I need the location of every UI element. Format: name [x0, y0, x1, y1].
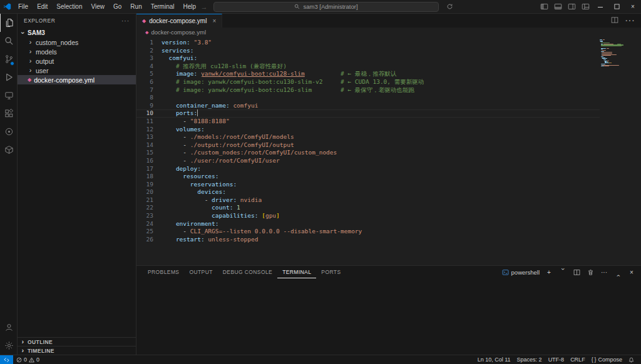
vertical-scrollbar[interactable] [633, 37, 641, 265]
code-line-15[interactable]: 15 - ./custom_nodes:/root/ComfyUI/custom… [136, 149, 600, 157]
code-line-16[interactable]: 16 - ./user:/root/ComfyUI/user [136, 157, 600, 165]
close-button[interactable]: × [625, 0, 641, 13]
explorer-more-icon[interactable]: ··· [121, 18, 130, 24]
menu-run[interactable]: Run [126, 0, 146, 13]
terminal-dropdown-icon[interactable]: › [560, 268, 567, 276]
panel-more-icon[interactable]: ··· [600, 269, 608, 276]
run-debug-icon[interactable] [0, 68, 17, 86]
new-terminal-icon[interactable]: + [545, 269, 553, 276]
notifications-bell[interactable] [625, 355, 637, 364]
terminal-instance-powershell[interactable]: powershell [502, 269, 540, 276]
folder-item-user[interactable]: ›user [18, 66, 136, 75]
line-number: 24 [136, 220, 162, 228]
text-cursor [197, 109, 198, 116]
customize-layout-icon[interactable] [578, 0, 592, 13]
code-line-12[interactable]: 12 volumes: [136, 126, 600, 134]
maximize-panel-icon[interactable]: › [615, 268, 622, 276]
encoding-status[interactable]: UTF-8 [545, 355, 568, 364]
code-line-11[interactable]: 11 - "8188:8188" [136, 118, 600, 126]
kill-terminal-icon[interactable] [586, 269, 595, 276]
file-item-docker-compose-yml[interactable]: ◆docker-compose.yml [18, 75, 136, 84]
maximize-button[interactable] [608, 0, 625, 13]
back-icon[interactable]: ← [186, 3, 195, 11]
menu-file[interactable]: File [14, 0, 33, 13]
code-line-3[interactable]: 3 comfyui: [136, 54, 600, 63]
code-line-25[interactable]: 25 - CLI_ARGS=--listen 0.0.0.0 --disable… [136, 228, 600, 236]
code-line-18[interactable]: 18 resources: [136, 173, 600, 181]
code-line-1[interactable]: 1version: "3.8" [136, 39, 600, 47]
toggle-sidebar-icon[interactable] [537, 0, 551, 13]
folder-item-output[interactable]: ›output [18, 56, 136, 66]
language-mode-status[interactable]: { } Compose [588, 355, 625, 364]
tool-circle-icon[interactable] [0, 123, 17, 141]
line-text: reservations: [162, 181, 237, 189]
tab-close-icon[interactable]: × [212, 18, 216, 24]
panel-tab-debug-console[interactable]: DEBUG CONSOLE [218, 266, 277, 278]
panel-tab-terminal[interactable]: TERMINAL [277, 266, 316, 278]
terminal-body[interactable] [136, 278, 641, 355]
code-line-8[interactable]: 8 [136, 94, 600, 102]
code-line-2[interactable]: 2services: [136, 47, 600, 55]
search-icon[interactable] [0, 32, 17, 50]
workspace-root-folder[interactable]: › SAM3 [18, 28, 136, 38]
timeline-section[interactable]: › TIMELINE [18, 346, 136, 355]
code-editor[interactable]: 1version: "3.8"2services:3 comfyui:4 # 推… [136, 37, 641, 265]
account-icon[interactable] [0, 318, 17, 336]
line-number: 8 [136, 94, 162, 102]
eol-status[interactable]: CRLF [567, 355, 588, 364]
titlebar: FileEditSelectionViewGoRunTerminalHelp ←… [0, 0, 641, 14]
code-line-6[interactable]: 6 # image: yanwk/comfyui-boot:cu130-slim… [136, 78, 600, 86]
code-line-14[interactable]: 14 - ./output:/root/ComfyUI/output [136, 141, 600, 149]
package-icon[interactable] [0, 141, 17, 159]
code-line-22[interactable]: 22 count: 1 [136, 204, 600, 212]
folder-item-models[interactable]: ›models [18, 47, 136, 56]
files-icon[interactable] [0, 14, 17, 32]
line-text: image: yanwk/comfyui-boot:cu128-slim # ←… [162, 70, 396, 78]
code-line-10[interactable]: 10 ports: [136, 109, 600, 118]
menu-selection[interactable]: Selection [52, 0, 86, 13]
code-line-7[interactable]: 7 # image: yanwk/comfyui-boot:cu126-slim… [136, 86, 600, 94]
code-line-5[interactable]: 5 image: yanwk/comfyui-boot:cu128-slim #… [136, 70, 600, 78]
code-line-19[interactable]: 19 reservations: [136, 181, 600, 189]
problems-status[interactable]: 0 0 [13, 355, 43, 364]
folder-item-custom-nodes[interactable]: ›custom_nodes [18, 38, 136, 47]
panel-tab-ports[interactable]: PORTS [316, 266, 346, 278]
menu-go[interactable]: Go [109, 0, 126, 13]
menu-edit[interactable]: Edit [33, 0, 52, 13]
sync-icon[interactable] [444, 0, 455, 13]
panel-tab-problems[interactable]: PROBLEMS [143, 266, 184, 278]
menu-view[interactable]: View [87, 0, 110, 13]
indentation-status[interactable]: Spaces: 2 [514, 355, 545, 364]
source-control-icon[interactable] [0, 50, 17, 68]
settings-icon[interactable] [0, 336, 17, 355]
command-center-search[interactable]: sam3 [Administrator] [213, 2, 439, 12]
toggle-secondary-sidebar-icon[interactable] [565, 0, 578, 13]
minimize-button[interactable] [592, 0, 608, 13]
panel-tab-output[interactable]: OUTPUT [184, 266, 217, 278]
code-line-17[interactable]: 17 deploy: [136, 165, 600, 173]
menu-terminal[interactable]: Terminal [146, 0, 179, 13]
toggle-panel-icon[interactable] [551, 0, 565, 13]
outline-section[interactable]: › OUTLINE [18, 337, 136, 346]
code-line-24[interactable]: 24 environment: [136, 220, 600, 228]
code-line-23[interactable]: 23 capabilities: [gpu] [136, 212, 600, 220]
minimap[interactable] [600, 37, 633, 265]
tab-docker-compose-yml[interactable]: ◆ docker-compose.yml × [136, 14, 222, 28]
code-line-4[interactable]: 4 # 推荐先用 cu128-slim (兼容性最好) [136, 63, 600, 71]
line-number: 10 [136, 109, 162, 118]
code-line-26[interactable]: 26 restart: unless-stopped [136, 236, 600, 244]
breadcrumb[interactable]: ◆ docker-compose.yml [136, 28, 641, 37]
split-editor-icon[interactable] [611, 15, 618, 26]
remote-indicator-button[interactable] [0, 355, 13, 364]
editor-more-icon[interactable]: ··· [625, 15, 635, 26]
remote-explorer-icon[interactable] [0, 86, 17, 104]
code-line-9[interactable]: 9 container_name: comfyui [136, 102, 600, 110]
cursor-position-status[interactable]: Ln 10, Col 11 [474, 355, 514, 364]
code-line-13[interactable]: 13 - ./models:/root/ComfyUI/models [136, 133, 600, 141]
code-line-20[interactable]: 20 devices: [136, 188, 600, 196]
close-panel-icon[interactable]: × [627, 269, 636, 276]
extensions-icon[interactable] [0, 104, 17, 123]
forward-icon[interactable]: → [200, 3, 208, 11]
split-terminal-icon[interactable] [572, 269, 581, 276]
code-line-21[interactable]: 21 - driver: nvidia [136, 196, 600, 205]
